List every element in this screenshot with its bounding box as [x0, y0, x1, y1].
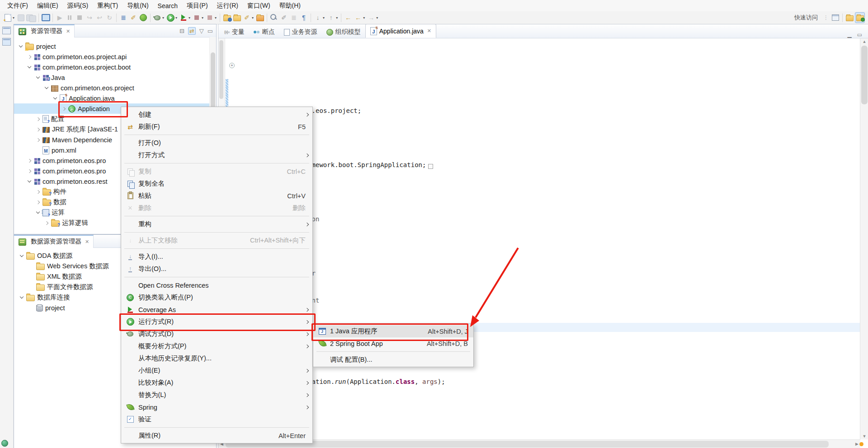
- collapse-all-icon[interactable]: ⊟: [179, 28, 184, 34]
- menu-run[interactable]: 运行(R): [212, 0, 243, 11]
- menu-item-open[interactable]: 打开(O): [121, 137, 312, 149]
- stop-dropdown-icon[interactable]: ▾: [202, 16, 203, 20]
- menu-item-validate[interactable]: ✓验证: [121, 413, 312, 425]
- menu-project[interactable]: 项目(P): [182, 0, 212, 11]
- terminate-icon[interactable]: [75, 13, 84, 23]
- new-element-dropdown-icon[interactable]: ▾: [252, 16, 254, 20]
- expander-icon[interactable]: [26, 64, 33, 71]
- coverage-icon[interactable]: [179, 13, 188, 23]
- tab-application-java[interactable]: Application.java✕: [365, 24, 436, 38]
- scroll-right-icon[interactable]: ▶: [855, 442, 859, 446]
- expander-icon[interactable]: [35, 136, 42, 144]
- tab-project-explorer[interactable]: 资源管理器 ✕: [14, 24, 75, 37]
- submenu-item-spring-boot-app[interactable]: 2 Spring Boot AppAlt+Shift+D, B: [313, 337, 473, 350]
- menu-window[interactable]: 窗口(W): [243, 0, 275, 11]
- close-icon[interactable]: ✕: [85, 239, 89, 245]
- tab-org-model[interactable]: 组织模型: [322, 26, 365, 38]
- suspend-icon[interactable]: [65, 13, 74, 23]
- profile-list-icon[interactable]: ≣: [119, 13, 128, 23]
- menu-item-import[interactable]: ↓导入(I)...: [121, 251, 312, 263]
- menu-item-refactor[interactable]: 重构: [121, 218, 312, 230]
- menu-item-replace-with[interactable]: 替换为(L): [121, 389, 312, 401]
- run-icon[interactable]: [166, 13, 175, 23]
- format-icon[interactable]: ≣: [289, 13, 298, 23]
- tree-item-module-api[interactable]: com.primeton.eos.project.api: [14, 51, 216, 62]
- expander-icon[interactable]: [35, 116, 42, 123]
- next-annotation-dropdown-icon[interactable]: ▾: [323, 16, 325, 20]
- expander-icon[interactable]: [35, 199, 42, 206]
- menu-item-copy[interactable]: 复制Ctrl+C: [121, 165, 312, 177]
- external-tools-icon[interactable]: [205, 13, 214, 23]
- mark-occurrences-icon[interactable]: ✐: [279, 13, 288, 23]
- expander-icon[interactable]: [35, 188, 42, 196]
- menu-item-refresh[interactable]: ⇄刷新(F)F5: [121, 121, 312, 133]
- view-menu-icon[interactable]: ▽: [199, 28, 204, 34]
- expander-icon[interactable]: [43, 219, 51, 227]
- tab-breakpoints[interactable]: 断点: [249, 26, 279, 38]
- expander-icon[interactable]: [26, 53, 33, 61]
- forward-icon[interactable]: →: [367, 13, 376, 23]
- expander-icon[interactable]: [18, 43, 25, 50]
- scroll-down-icon[interactable]: ▼: [860, 434, 868, 439]
- menu-item-delete[interactable]: ✕删除删除: [121, 202, 312, 214]
- menu-item-restore-from-local-history[interactable]: 从本地历史记录复原(Y)...: [121, 352, 312, 364]
- previous-annotation-dropdown-icon[interactable]: ▾: [336, 16, 338, 20]
- new-wizard-dropdown-icon[interactable]: ▾: [13, 16, 14, 20]
- expander-icon[interactable]: [19, 294, 26, 301]
- scrollbar-thumb[interactable]: [861, 46, 868, 104]
- search-icon[interactable]: [269, 13, 278, 23]
- current-perspective-icon[interactable]: [855, 12, 865, 23]
- submenu-item-debug-configurations[interactable]: 调试 配置(B)...: [313, 354, 473, 366]
- expander-icon[interactable]: [19, 252, 26, 260]
- menu-refactor[interactable]: 重构(T): [93, 0, 123, 11]
- menu-file[interactable]: 文件(F): [3, 0, 33, 11]
- open-folder-icon[interactable]: [232, 13, 241, 23]
- menu-item-export[interactable]: ↑导出(O)...: [121, 263, 312, 275]
- menu-search[interactable]: Search: [153, 1, 182, 11]
- stop-icon[interactable]: [192, 13, 201, 23]
- tab-variables[interactable]: (x)=变量: [220, 26, 249, 38]
- back-dropdown-icon[interactable]: ▾: [363, 16, 365, 20]
- scroll-up-icon[interactable]: ▲: [860, 39, 868, 44]
- launch-config-icon[interactable]: ✐: [129, 13, 138, 23]
- coverage-dropdown-icon[interactable]: ▾: [189, 16, 190, 20]
- save-all-icon[interactable]: [26, 13, 36, 23]
- close-icon[interactable]: ✕: [427, 28, 431, 34]
- minimize-icon[interactable]: ▁: [847, 32, 851, 38]
- menu-item-toggle-class-load-breakpoint[interactable]: C切换类装入断点(P): [121, 291, 312, 303]
- expander-icon[interactable]: [26, 178, 33, 185]
- run-dropdown-icon[interactable]: ▾: [175, 16, 177, 20]
- expander-icon[interactable]: [26, 157, 33, 164]
- menu-item-create[interactable]: 创建: [121, 108, 312, 121]
- debug-dropdown-icon[interactable]: ▾: [162, 16, 164, 20]
- menu-item-open-cross-references[interactable]: Open Cross References: [121, 279, 312, 291]
- console-view-icon[interactable]: [2, 38, 11, 46]
- debug-icon[interactable]: [153, 13, 162, 23]
- tree-item-module-boot[interactable]: com.primeton.eos.project.boot: [14, 62, 216, 72]
- expander-icon[interactable]: [61, 105, 68, 112]
- step-over-icon[interactable]: ↩: [95, 13, 104, 23]
- tab-business-resources[interactable]: 业务资源: [279, 26, 322, 38]
- menu-item-profile-as[interactable]: 概要分析方式(P): [121, 340, 312, 352]
- menu-item-open-with[interactable]: 打开方式: [121, 149, 312, 161]
- menu-item-spring[interactable]: Spring: [121, 401, 312, 413]
- maximize-icon[interactable]: ▭: [208, 28, 213, 34]
- expander-icon[interactable]: [52, 95, 59, 102]
- forward-dropdown-icon[interactable]: ▾: [376, 16, 378, 20]
- external-tools-dropdown-icon[interactable]: ▾: [215, 16, 217, 20]
- tree-item-project[interactable]: project: [14, 41, 216, 51]
- open-resource-icon[interactable]: [255, 13, 264, 23]
- expander-icon[interactable]: [35, 209, 42, 216]
- editor-vertical-scrollbar[interactable]: ▲ ▼: [860, 38, 868, 439]
- menu-source[interactable]: 源码(S): [63, 0, 93, 11]
- notification-dot-icon[interactable]: [859, 442, 863, 446]
- menu-navigate[interactable]: 导航(N): [123, 0, 153, 11]
- next-annotation-icon[interactable]: ↓: [313, 13, 322, 23]
- java-perspective-icon[interactable]: [845, 13, 854, 23]
- code-editor[interactable]: + package com.primeton.eos.project; impo…: [218, 38, 860, 439]
- menu-help[interactable]: 帮助(H): [275, 0, 305, 11]
- fold-toggle-icon[interactable]: +: [229, 63, 235, 68]
- expander-icon[interactable]: [26, 168, 33, 175]
- show-whitespace-icon[interactable]: ¶: [299, 13, 308, 23]
- menu-item-paste[interactable]: 粘贴Ctrl+V: [121, 190, 312, 202]
